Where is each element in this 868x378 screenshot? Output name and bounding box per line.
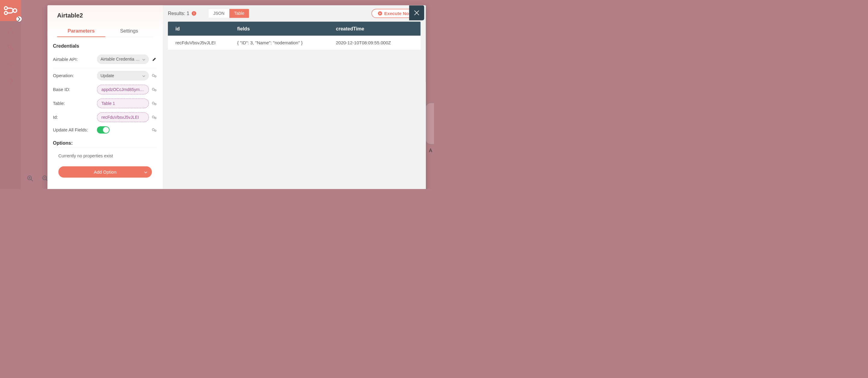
base-label: Base ID: (53, 87, 95, 92)
node-dialog: Airtable2 Parameters Settings Credential… (48, 5, 426, 189)
operation-options-button[interactable] (151, 73, 157, 79)
chevron-right-icon (16, 14, 22, 24)
credentials-heading: Credentials (53, 43, 158, 49)
results-label: Results: 1 (168, 10, 189, 16)
workflows-icon[interactable] (7, 27, 14, 34)
svg-rect-4 (10, 28, 11, 29)
operation-select[interactable]: Update (97, 71, 149, 81)
svg-point-12 (8, 66, 9, 67)
left-panel: Airtable2 Parameters Settings Credential… (48, 5, 163, 189)
view-json-button[interactable]: JSON (209, 9, 229, 18)
svg-rect-5 (8, 32, 9, 33)
table-value: Table 1 (101, 101, 115, 106)
close-icon (413, 9, 420, 16)
close-button[interactable] (409, 5, 424, 21)
logo-icon (4, 6, 18, 15)
credentials-value: Airtable Credentia … (101, 57, 140, 62)
no-properties-text: Currently no properties exist (53, 148, 158, 165)
svg-point-10 (8, 64, 9, 65)
svg-point-26 (152, 102, 154, 104)
table-input[interactable]: Table 1 (97, 99, 149, 108)
update-all-label: Update All Fields: (53, 127, 95, 133)
cell-created: 2020-12-10T08:09:55.000Z (329, 40, 421, 45)
cell-fields: { "ID": 3, "Name": "nodemation" } (230, 40, 329, 45)
gears-icon (152, 116, 157, 119)
tabs: Parameters Settings (57, 25, 153, 37)
zoom-controls (26, 174, 50, 183)
chevron-down-icon (142, 73, 145, 78)
id-options-button[interactable] (151, 114, 157, 120)
sidebar-expand-button[interactable] (16, 16, 22, 22)
gears-icon (152, 74, 157, 77)
tab-parameters[interactable]: Parameters (57, 25, 105, 37)
results-table: id fields createdTime recFduVbsvJ5vJLEI … (168, 22, 421, 50)
chevron-down-icon (142, 57, 145, 62)
canvas-node-label: A (429, 148, 432, 153)
update-all-toggle[interactable] (97, 126, 110, 133)
credentials-icon[interactable] (7, 44, 14, 51)
cell-id: recFduVbsvJ5vJLEI (168, 40, 230, 45)
add-option-button[interactable]: Add Option (59, 166, 152, 178)
svg-point-1 (4, 11, 7, 14)
svg-point-24 (152, 88, 154, 90)
svg-point-14 (10, 84, 11, 85)
svg-point-30 (152, 129, 154, 131)
id-input[interactable]: recFduVbsvJ5vJLEI (97, 113, 149, 122)
zoom-in-icon (27, 175, 33, 182)
help-icon[interactable] (7, 79, 14, 85)
base-options-button[interactable] (151, 87, 157, 93)
gears-icon (152, 88, 157, 91)
svg-point-2 (13, 9, 17, 12)
view-table-button[interactable]: Table (229, 9, 249, 18)
svg-point-22 (152, 74, 154, 76)
svg-point-29 (155, 117, 156, 119)
toggle-knob (103, 127, 109, 133)
operation-value: Update (101, 73, 114, 78)
svg-point-31 (155, 130, 156, 131)
update-all-options-button[interactable] (151, 127, 157, 133)
zoom-in-button[interactable] (26, 174, 35, 183)
table-label: Table: (53, 101, 95, 106)
column-created: createdTime (329, 26, 421, 32)
dialog-title: Airtable2 (57, 12, 153, 26)
operation-label: Operation: (53, 73, 95, 78)
table-options-button[interactable] (151, 100, 157, 106)
tab-settings[interactable]: Settings (105, 25, 153, 37)
edit-credentials-button[interactable] (151, 56, 157, 62)
view-toggle: JSON Table (208, 9, 249, 18)
svg-point-23 (155, 76, 156, 77)
add-option-label: Add Option (94, 169, 116, 175)
svg-point-8 (8, 62, 9, 63)
base-id-value: appdzOCcJmd85ym… (101, 87, 144, 92)
info-icon[interactable]: i (192, 11, 196, 16)
column-id: id (168, 26, 230, 32)
pencil-icon (152, 57, 157, 62)
table-row[interactable]: recFduVbsvJ5vJLEI { "ID": 3, "Name": "no… (168, 36, 421, 50)
credentials-select[interactable]: Airtable Credentia … (97, 55, 149, 64)
chevron-down-icon (144, 169, 147, 175)
gears-icon (152, 128, 157, 132)
svg-point-27 (155, 103, 156, 105)
options-heading: Options: (53, 140, 158, 148)
id-value: recFduVbsvJ5vJLEI (101, 115, 139, 120)
id-label: Id: (53, 115, 95, 120)
svg-rect-6 (12, 32, 13, 33)
logo-tile (0, 0, 21, 21)
api-label: Airtable API: (53, 57, 95, 62)
play-icon (378, 11, 382, 16)
base-id-input[interactable]: appdzOCcJmd85ym… (97, 85, 149, 94)
svg-point-25 (155, 90, 156, 91)
sidebar-nav (0, 21, 21, 85)
svg-point-0 (4, 7, 7, 10)
executions-icon[interactable] (7, 62, 14, 68)
sidebar (0, 0, 21, 189)
column-fields: fields (230, 26, 329, 32)
table-header: id fields createdTime (168, 22, 421, 36)
right-panel: Results: 1 i JSON Table Execute Node id … (163, 5, 426, 189)
svg-point-28 (152, 116, 154, 118)
canvas-node[interactable] (425, 102, 434, 145)
svg-line-16 (31, 179, 33, 181)
gears-icon (152, 102, 157, 105)
